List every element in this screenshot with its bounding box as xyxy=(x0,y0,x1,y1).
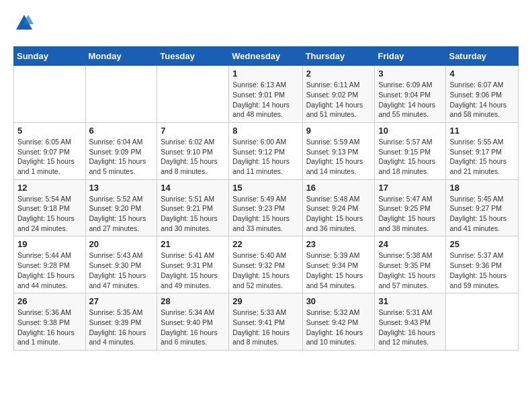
calendar-cell: 14Sunrise: 5:51 AM Sunset: 9:21 PM Dayli… xyxy=(157,179,229,236)
day-info: Sunrise: 5:59 AM Sunset: 9:13 PM Dayligh… xyxy=(306,137,371,177)
day-info: Sunrise: 6:09 AM Sunset: 9:04 PM Dayligh… xyxy=(378,80,442,120)
day-header-saturday: Saturday xyxy=(446,47,519,66)
day-header-sunday: Sunday xyxy=(14,47,86,66)
calendar-cell: 13Sunrise: 5:52 AM Sunset: 9:20 PM Dayli… xyxy=(85,179,157,236)
calendar-cell: 21Sunrise: 5:41 AM Sunset: 9:31 PM Dayli… xyxy=(157,236,229,293)
calendar-table: SundayMondayTuesdayWednesdayThursdayFrid… xyxy=(13,46,519,351)
day-header-wednesday: Wednesday xyxy=(229,47,302,66)
day-info: Sunrise: 5:41 AM Sunset: 9:31 PM Dayligh… xyxy=(161,250,225,290)
day-info: Sunrise: 5:44 AM Sunset: 9:28 PM Dayligh… xyxy=(17,250,82,290)
day-info: Sunrise: 5:35 AM Sunset: 9:39 PM Dayligh… xyxy=(89,308,154,347)
day-info: Sunrise: 6:13 AM Sunset: 9:01 PM Dayligh… xyxy=(232,80,298,120)
logo xyxy=(13,13,34,36)
day-number: 8 xyxy=(232,126,298,136)
day-number: 7 xyxy=(161,126,225,136)
calendar-cell: 8Sunrise: 6:00 AM Sunset: 9:12 PM Daylig… xyxy=(229,122,302,179)
day-number: 30 xyxy=(306,296,371,306)
calendar-cell xyxy=(157,66,229,123)
calendar-cell: 23Sunrise: 5:39 AM Sunset: 9:34 PM Dayli… xyxy=(302,236,375,293)
day-number: 21 xyxy=(161,239,225,249)
calendar-cell: 2Sunrise: 6:11 AM Sunset: 9:02 PM Daylig… xyxy=(302,66,375,123)
calendar-cell: 4Sunrise: 6:07 AM Sunset: 9:06 PM Daylig… xyxy=(446,66,519,123)
day-number: 22 xyxy=(232,239,298,249)
day-number: 13 xyxy=(89,183,154,193)
day-number: 29 xyxy=(232,296,298,306)
day-info: Sunrise: 5:31 AM Sunset: 9:43 PM Dayligh… xyxy=(378,308,442,347)
day-info: Sunrise: 6:04 AM Sunset: 9:09 PM Dayligh… xyxy=(89,137,154,177)
day-number: 1 xyxy=(232,68,298,79)
page-header xyxy=(13,13,519,36)
logo-icon xyxy=(15,13,34,32)
calendar-cell xyxy=(446,293,519,351)
calendar-cell: 11Sunrise: 5:55 AM Sunset: 9:17 PM Dayli… xyxy=(446,122,519,179)
calendar-cell: 30Sunrise: 5:32 AM Sunset: 9:42 PM Dayli… xyxy=(302,293,375,351)
day-header-monday: Monday xyxy=(85,47,157,66)
day-info: Sunrise: 5:52 AM Sunset: 9:20 PM Dayligh… xyxy=(89,194,154,234)
calendar-header-row: SundayMondayTuesdayWednesdayThursdayFrid… xyxy=(14,47,519,66)
day-info: Sunrise: 5:32 AM Sunset: 9:42 PM Dayligh… xyxy=(306,308,371,347)
day-info: Sunrise: 5:47 AM Sunset: 9:25 PM Dayligh… xyxy=(378,194,442,234)
calendar-cell: 5Sunrise: 6:05 AM Sunset: 9:07 PM Daylig… xyxy=(14,122,86,179)
day-info: Sunrise: 5:38 AM Sunset: 9:35 PM Dayligh… xyxy=(378,250,442,290)
calendar-cell: 28Sunrise: 5:34 AM Sunset: 9:40 PM Dayli… xyxy=(157,293,229,351)
calendar-cell: 27Sunrise: 5:35 AM Sunset: 9:39 PM Dayli… xyxy=(85,293,157,351)
day-number: 5 xyxy=(17,126,82,136)
day-number: 4 xyxy=(449,68,515,79)
calendar-week-3: 12Sunrise: 5:54 AM Sunset: 9:18 PM Dayli… xyxy=(14,179,519,236)
day-number: 24 xyxy=(378,239,442,249)
day-info: Sunrise: 5:51 AM Sunset: 9:21 PM Dayligh… xyxy=(161,194,225,234)
calendar-cell: 25Sunrise: 5:37 AM Sunset: 9:36 PM Dayli… xyxy=(446,236,519,293)
calendar-cell: 10Sunrise: 5:57 AM Sunset: 9:15 PM Dayli… xyxy=(375,122,446,179)
day-info: Sunrise: 6:07 AM Sunset: 9:06 PM Dayligh… xyxy=(449,80,515,120)
calendar-cell xyxy=(14,66,86,123)
day-info: Sunrise: 5:54 AM Sunset: 9:18 PM Dayligh… xyxy=(17,194,82,234)
calendar-week-5: 26Sunrise: 5:36 AM Sunset: 9:38 PM Dayli… xyxy=(14,293,519,351)
calendar-body: 1Sunrise: 6:13 AM Sunset: 9:01 PM Daylig… xyxy=(14,66,519,351)
day-number: 26 xyxy=(17,296,82,306)
day-number: 3 xyxy=(378,68,442,79)
calendar-cell: 6Sunrise: 6:04 AM Sunset: 9:09 PM Daylig… xyxy=(85,122,157,179)
calendar-cell: 17Sunrise: 5:47 AM Sunset: 9:25 PM Dayli… xyxy=(375,179,446,236)
day-number: 25 xyxy=(449,239,515,249)
day-number: 27 xyxy=(89,296,154,306)
day-number: 31 xyxy=(378,296,442,306)
calendar-cell xyxy=(85,66,157,123)
calendar-cell: 26Sunrise: 5:36 AM Sunset: 9:38 PM Dayli… xyxy=(14,293,86,351)
day-info: Sunrise: 5:57 AM Sunset: 9:15 PM Dayligh… xyxy=(378,137,442,177)
calendar-cell: 1Sunrise: 6:13 AM Sunset: 9:01 PM Daylig… xyxy=(229,66,302,123)
day-number: 17 xyxy=(378,183,442,193)
day-number: 28 xyxy=(161,296,225,306)
day-info: Sunrise: 6:02 AM Sunset: 9:10 PM Dayligh… xyxy=(161,137,225,177)
day-number: 15 xyxy=(232,183,298,193)
calendar-week-1: 1Sunrise: 6:13 AM Sunset: 9:01 PM Daylig… xyxy=(14,66,519,123)
day-number: 18 xyxy=(449,183,515,193)
day-info: Sunrise: 6:00 AM Sunset: 9:12 PM Dayligh… xyxy=(232,137,298,177)
day-info: Sunrise: 5:49 AM Sunset: 9:23 PM Dayligh… xyxy=(232,194,298,234)
day-header-friday: Friday xyxy=(375,47,446,66)
day-info: Sunrise: 5:45 AM Sunset: 9:27 PM Dayligh… xyxy=(449,194,515,234)
day-info: Sunrise: 5:33 AM Sunset: 9:41 PM Dayligh… xyxy=(232,308,298,347)
day-info: Sunrise: 5:40 AM Sunset: 9:32 PM Dayligh… xyxy=(232,250,298,290)
calendar-cell: 29Sunrise: 5:33 AM Sunset: 9:41 PM Dayli… xyxy=(229,293,302,351)
day-info: Sunrise: 6:11 AM Sunset: 9:02 PM Dayligh… xyxy=(306,80,371,120)
calendar-cell: 15Sunrise: 5:49 AM Sunset: 9:23 PM Dayli… xyxy=(229,179,302,236)
calendar-cell: 18Sunrise: 5:45 AM Sunset: 9:27 PM Dayli… xyxy=(446,179,519,236)
day-info: Sunrise: 5:37 AM Sunset: 9:36 PM Dayligh… xyxy=(449,250,515,290)
day-number: 19 xyxy=(17,239,82,249)
day-number: 11 xyxy=(449,126,515,136)
calendar-cell: 16Sunrise: 5:48 AM Sunset: 9:24 PM Dayli… xyxy=(302,179,375,236)
day-number: 12 xyxy=(17,183,82,193)
day-info: Sunrise: 6:05 AM Sunset: 9:07 PM Dayligh… xyxy=(17,137,82,177)
calendar-week-2: 5Sunrise: 6:05 AM Sunset: 9:07 PM Daylig… xyxy=(14,122,519,179)
day-number: 6 xyxy=(89,126,154,136)
day-number: 23 xyxy=(306,239,371,249)
calendar-cell: 24Sunrise: 5:38 AM Sunset: 9:35 PM Dayli… xyxy=(375,236,446,293)
day-number: 20 xyxy=(89,239,154,249)
calendar-cell: 20Sunrise: 5:43 AM Sunset: 9:30 PM Dayli… xyxy=(85,236,157,293)
day-info: Sunrise: 5:39 AM Sunset: 9:34 PM Dayligh… xyxy=(306,250,371,290)
day-info: Sunrise: 5:48 AM Sunset: 9:24 PM Dayligh… xyxy=(306,194,371,234)
calendar-cell: 31Sunrise: 5:31 AM Sunset: 9:43 PM Dayli… xyxy=(375,293,446,351)
calendar-cell: 22Sunrise: 5:40 AM Sunset: 9:32 PM Dayli… xyxy=(229,236,302,293)
calendar-cell: 9Sunrise: 5:59 AM Sunset: 9:13 PM Daylig… xyxy=(302,122,375,179)
day-number: 9 xyxy=(306,126,371,136)
